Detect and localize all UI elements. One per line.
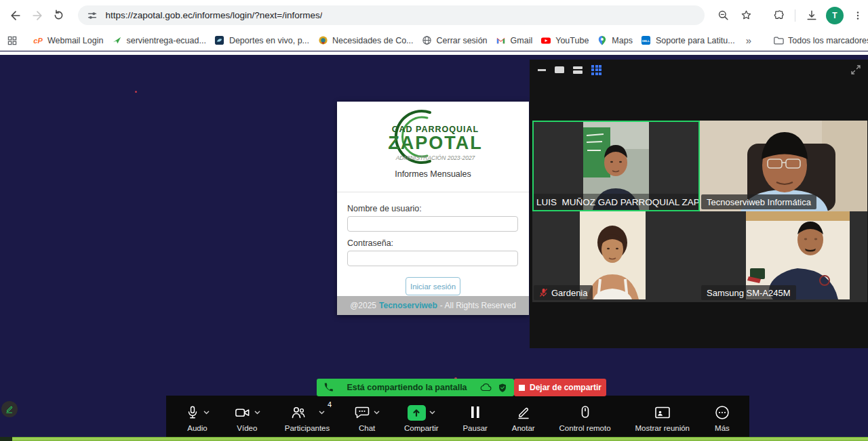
video-tile-samsung[interactable]: Samsung SM-A245M (700, 211, 867, 302)
single-view-icon[interactable] (555, 66, 564, 73)
chat-button[interactable]: Chat (354, 396, 380, 437)
microphone-icon (185, 404, 200, 421)
extensions-icon[interactable] (768, 5, 789, 26)
chevron-down-icon[interactable] (254, 411, 260, 415)
bookmark-soporte-dell[interactable]: DELL Soporte para Latitu... (637, 33, 739, 48)
pencil-icon (515, 404, 532, 421)
bookmark-maps[interactable]: Maps (593, 33, 637, 48)
stop-share-button[interactable]: Dejar de compartir (514, 379, 606, 396)
username-label: Nombre de usuario: (347, 204, 422, 213)
participant-name-wrap: Gardenia (534, 285, 593, 300)
profile-avatar[interactable]: T (825, 5, 845, 26)
webpage-background: GAD PARROQUIAL ZAPOTAL ADMINISTRACIÓN 20… (0, 51, 868, 441)
footer-rights: - All Rights Reserved (440, 301, 516, 310)
chat-icon (354, 404, 370, 421)
screen-share-border-gap (0, 437, 12, 441)
video-grid: LUIS MUÑOZ GAD PARROQUIAL ZAPOTAL (532, 121, 867, 302)
menu-kebab-icon[interactable] (848, 5, 868, 26)
mic-muted-icon (539, 288, 548, 297)
meeting-window-icon (654, 404, 671, 421)
toolbar-divider (795, 9, 795, 22)
chevron-down-icon[interactable] (374, 411, 380, 415)
participants-button[interactable]: 4 Participantes (285, 396, 330, 437)
reload-icon[interactable] (49, 5, 69, 26)
login-button[interactable]: Iniciar sesión (406, 277, 460, 295)
bookmarks-overflow-chevron[interactable]: » (739, 35, 758, 46)
url-text[interactable]: https://zapotal.gob.ec/informes/login/?n… (105, 10, 322, 20)
password-label: Contraseña: (347, 238, 393, 248)
browser-toolbar: https://zapotal.gob.ec/informes/login/?n… (0, 0, 868, 30)
video-tile-tecnoserviweb[interactable]: Tecnoserviweb Informática (700, 121, 867, 211)
annotate-button[interactable]: Anotar (512, 396, 535, 437)
screen: https://zapotal.gob.ec/informes/login/?n… (0, 0, 868, 441)
share-screen-icon (408, 405, 426, 421)
audio-button[interactable]: Audio (185, 396, 210, 437)
folder-icon (773, 35, 784, 46)
share-button[interactable]: Compartir (404, 396, 438, 437)
username-input[interactable] (347, 216, 518, 232)
chevron-down-icon[interactable] (429, 411, 435, 415)
video-panel-header (530, 60, 868, 80)
zoom-out-icon[interactable] (713, 5, 733, 26)
maps-pin-icon (597, 35, 608, 46)
sharing-banner-text: Está compartiendo la pantalla (334, 383, 480, 392)
annotation-dot (135, 91, 137, 93)
more-ellipsis-icon (714, 404, 730, 421)
pause-button[interactable]: Pausar (462, 396, 487, 437)
stop-share-label: Dejar de compartir (530, 383, 601, 392)
logo-line3: ADMINISTRACIÓN 2023-2027 (395, 154, 475, 161)
page-top-strip (0, 51, 868, 55)
gmail-icon (496, 35, 507, 46)
video-tile-gardenia[interactable]: Gardenia (532, 211, 700, 302)
bookmark-cerrar-sesion[interactable]: Cerrar sesión (418, 33, 492, 48)
logo: GAD PARROQUIAL ZAPOTAL ADMINISTRACIÓN 20… (337, 107, 529, 167)
phone-icon (323, 383, 334, 393)
footer-brand-link[interactable]: Tecnoserviweb (379, 301, 437, 310)
video-tile-luis[interactable]: LUIS MUÑOZ GAD PARROQUIAL ZAPOTAL (532, 121, 700, 211)
gallery-view-icon[interactable] (591, 65, 601, 75)
camera-icon (234, 404, 251, 421)
servientrega-icon (111, 35, 122, 46)
participant-name: LUIS MUÑOZ GAD PARROQUIAL ZAPOTAL (534, 194, 698, 210)
address-bar[interactable]: https://zapotal.gob.ec/informes/login/?n… (78, 5, 705, 25)
bookmark-servientrega[interactable]: servientrega-ecuad... (107, 33, 210, 48)
participant-name: Gardenia (551, 288, 587, 298)
mouse-icon (578, 404, 592, 421)
chevron-down-icon[interactable] (319, 411, 325, 415)
bookmark-webmail-login[interactable]: cP Webmail Login (28, 33, 107, 48)
bookmark-star-icon[interactable] (736, 5, 756, 26)
chevron-down-icon[interactable] (203, 411, 210, 415)
bookmark-necesidades[interactable]: Necesidades de Co... (313, 33, 418, 48)
bookmark-gmail[interactable]: Gmail (492, 33, 537, 48)
pause-icon (469, 404, 482, 421)
footer-year: @2025 (350, 301, 376, 310)
participants-count: 4 (328, 400, 332, 408)
downloads-icon[interactable] (802, 5, 822, 26)
bookmarks-bar: cP Webmail Login servientrega-ecuad... D… (0, 30, 868, 51)
annotation-pencil-fab[interactable] (1, 401, 18, 417)
all-bookmarks[interactable]: Todos los marcadores (769, 33, 868, 48)
login-card: GAD PARROQUIAL ZAPOTAL ADMINISTRACIÓN 20… (337, 102, 529, 315)
participant-name: Samsung SM-A245M (701, 285, 796, 300)
shield-check-icon (498, 383, 507, 393)
cloud-icon (480, 383, 492, 392)
toolbar-right: T (713, 5, 868, 26)
video-button[interactable]: Vídeo (234, 396, 260, 437)
bookmark-deportes[interactable]: Deportes en vivo, p... (210, 33, 313, 48)
show-meeting-button[interactable]: Mostrar reunión (635, 396, 690, 437)
card-subtitle: Informes Mensuales (337, 169, 529, 179)
apps-grid-icon[interactable] (7, 33, 18, 49)
minimize-icon[interactable] (538, 69, 546, 71)
back-icon[interactable] (5, 5, 26, 26)
password-input[interactable] (347, 251, 518, 266)
forward-icon[interactable] (27, 5, 47, 26)
more-button[interactable]: Más (714, 396, 730, 437)
speaker-view-icon[interactable] (573, 66, 583, 74)
remote-control-button[interactable]: Control remoto (559, 396, 611, 437)
cpanel-icon: cP (33, 35, 43, 46)
bookmark-youtube[interactable]: YouTube (536, 33, 593, 48)
svg-text:DELL: DELL (642, 39, 650, 43)
expand-icon[interactable] (850, 64, 861, 78)
site-settings-icon[interactable] (86, 9, 98, 22)
deportes-icon (214, 35, 225, 46)
